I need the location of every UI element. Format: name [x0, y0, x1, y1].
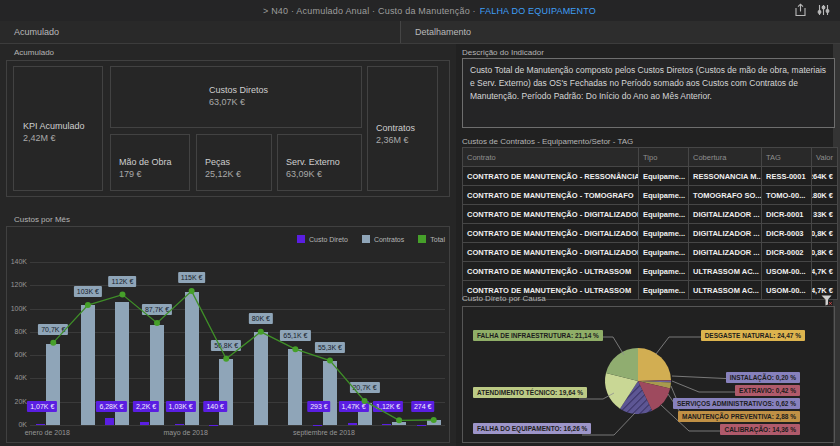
table-cell: CONTRATO DE MANUTENÇÃO - TOMOGRAFO [462, 186, 639, 204]
table-cell: TOMO-00... [762, 186, 812, 204]
contracts-table: ContratoTipoCoberturaTAGValorCONTRATO DE… [462, 147, 838, 300]
kpi-card-acumulado[interactable]: KPI Acumulado 2,42M € [13, 66, 103, 191]
table-cell: DICR-0001 [762, 205, 812, 223]
table-cell: CONTRATO DE MANUTENÇÃO - ULTRASSOM [462, 262, 639, 280]
contracts-table-title: Custos de Contratos - Equipamento/Setor … [462, 137, 633, 146]
monthly-chart-legend: Custo Direto Contratos Total [297, 235, 445, 243]
table-cell: DIGITALIZADOR ... [689, 224, 762, 242]
table-row[interactable]: CONTRATO DE MANUTENÇÃO - DIGITALIZADOR .… [462, 224, 838, 243]
description-box[interactable]: Custo Total de Manutenção composto pelos… [462, 58, 835, 128]
table-row[interactable]: CONTRATO DE MANUTENÇÃO - RESSONÂNCIAEqui… [462, 167, 838, 186]
pie-label-desgaste-natural[interactable]: DESGASTE NATURAL: 24,47 % [701, 330, 805, 341]
dashboard-root: > N40 · Acumulado Anual · Custo da Manut… [0, 0, 840, 446]
pie-label-manutencao-preventiva[interactable]: MANUTENÇÃO PREVENTIVA: 2,88 % [678, 411, 800, 422]
table-cell: CONTRATO DE MANUTENÇÃO - DIGITALIZADOR .… [462, 224, 639, 242]
kpi-card-label: Contratos [376, 123, 415, 133]
column-header: Cobertura [689, 148, 762, 166]
breadcrumb[interactable]: > N40 · Acumulado Anual · Custo da Manut… [263, 0, 596, 21]
tab-detalhamento-label: Detalhamento [415, 27, 471, 37]
table-row[interactable]: CONTRATO DE MANUTENÇÃO - TOMOGRAFOEquipa… [462, 186, 838, 205]
monthly-chart-title: Custos por Mês [14, 215, 70, 224]
tab-acumulado[interactable]: Acumulado [0, 21, 401, 43]
kpi-card-label: Serv. Externo [286, 157, 340, 167]
table-row[interactable]: CONTRATO DE MANUTENÇÃO - DIGITALIZADOR .… [462, 205, 838, 224]
breadcrumb-active-page: FALHA DO EQUIPAMENTO [480, 6, 596, 16]
kpi-card-label: Custos Diretos [209, 85, 268, 95]
pie-label-falha-equipamento[interactable]: FALHA DO EQUIPAMENTO: 16,26 % [473, 423, 591, 434]
kpi-section-title: Acumulado [14, 48, 54, 57]
breadcrumb-path: > N40 · Acumulado Anual · Custo da Manut… [263, 6, 476, 16]
table-cell: 33K € [812, 205, 838, 223]
tab-bar: Acumulado Detalhamento [0, 21, 840, 44]
table-row[interactable]: CONTRATO DE MANUTENÇÃO - ULTRASSOMEquipa… [462, 262, 838, 281]
table-cell: Equipame... [639, 186, 689, 204]
table-cell: 264K € [812, 167, 838, 185]
table-cell: CONTRATO DE MANUTENÇÃO - DIGITALIZADOR .… [462, 243, 639, 261]
table-cell: 14,7K € [812, 262, 838, 280]
kpi-card-value: 2,42M € [23, 133, 85, 143]
table-cell: 30,8K € [812, 224, 838, 242]
kpi-card-custos-diretos[interactable]: Custos Diretos 63,07K € [110, 66, 362, 128]
table-cell: USOM-00... [762, 262, 812, 280]
table-cell: 30,8K € [812, 243, 838, 261]
kpi-card-value: 179 € [119, 169, 172, 179]
description-title: Descrição do Indicador [462, 48, 544, 57]
table-cell: ULTRASSOM AC... [689, 262, 762, 280]
kpi-card-label: Peças [205, 157, 241, 167]
legend-item-custo-direto[interactable]: Custo Direto [297, 235, 348, 243]
column-header: Contrato [462, 148, 639, 166]
table-cell: DIGITALIZADOR ... [689, 243, 762, 261]
pie-slice[interactable] [638, 348, 671, 381]
legend-swatch-contratos [362, 235, 370, 243]
column-header: Valor [812, 148, 838, 166]
legend-swatch-custo-direto [297, 235, 305, 243]
kpi-card-mao-de-obra[interactable]: Mão de Obra 179 € [110, 134, 190, 191]
table-cell: TOMOGRAFO SO... [689, 186, 762, 204]
legend-swatch-total [418, 235, 426, 243]
kpi-card-value: 2,36M € [376, 135, 415, 145]
table-cell: DICR-0002 [762, 243, 812, 261]
pie-label-falha-infraestrutura[interactable]: FALHA DE INFRAESTRUTURA: 21,14 % [473, 330, 603, 341]
table-cell: ULTRASSOM AC... [689, 281, 762, 299]
kpi-card-label: KPI Acumulado [23, 121, 85, 131]
table-cell: Equipame... [639, 224, 689, 242]
table-cell: RESS-0001 [762, 167, 812, 185]
legend-item-total[interactable]: Total [418, 235, 445, 243]
pie-label-servicos-administrativos[interactable]: SERVIÇOS ADMINISTRATIVOS: 0,62 % [673, 398, 800, 409]
pie-section-title: Custo Direto por Causa [462, 294, 546, 303]
kpi-card-label: Mão de Obra [119, 157, 172, 167]
kpi-card-contratos[interactable]: Contratos 2,36M € [367, 66, 438, 191]
table-cell: Equipame... [639, 262, 689, 280]
table-row[interactable]: CONTRATO DE MANUTENÇÃO - DIGITALIZADOR .… [462, 243, 838, 262]
pie-label-calibracao[interactable]: CALIBRAÇÃO: 14,36 % [720, 424, 800, 435]
table-header-row: ContratoTipoCoberturaTAGValor [462, 147, 838, 167]
tab-detalhamento[interactable]: Detalhamento [401, 21, 840, 43]
kpi-card-pecas[interactable]: Peças 25,12K € [196, 134, 272, 191]
table-cell: DICR-0003 [762, 224, 812, 242]
table-cell: RESSONANCIA M... [689, 167, 762, 185]
kpi-card-value: 25,12K € [205, 169, 241, 179]
table-cell: Equipame... [639, 167, 689, 185]
kpi-card-value: 63,09K € [286, 169, 340, 179]
table-cell: USOM-00... [762, 281, 812, 299]
pie-label-extravio[interactable]: EXTRAVIO: 0,42 % [735, 385, 800, 396]
kpi-card-value: 63,07K € [209, 97, 268, 107]
share-icon[interactable] [794, 3, 807, 17]
description-text: Custo Total de Manutenção composto pelos… [470, 65, 826, 101]
column-header: TAG [762, 148, 812, 166]
table-cell: DIGITALIZADOR ... [689, 205, 762, 223]
column-header: Tipo [639, 148, 689, 166]
settings-icon[interactable] [817, 3, 830, 17]
table-cell: 180K € [812, 186, 838, 204]
kpi-card-serv-externo[interactable]: Serv. Externo 63,09K € [277, 134, 362, 191]
monthly-chart-box [6, 226, 450, 443]
top-bar: > N40 · Acumulado Anual · Custo da Manut… [0, 0, 840, 21]
pie-label-instalacao[interactable]: INSTALAÇÃO: 0,20 % [726, 372, 800, 383]
legend-item-contratos[interactable]: Contratos [362, 235, 404, 243]
table-cell: Equipame... [639, 243, 689, 261]
table-cell: CONTRATO DE MANUTENÇÃO - DIGITALIZADOR .… [462, 205, 639, 223]
pie-label-atendimento-tecnico[interactable]: ATENDIMENTO TÉCNICO: 19,64 % [473, 387, 587, 398]
table-cell: Equipame... [639, 205, 689, 223]
table-cell: Equipame... [639, 281, 689, 299]
table-cell: CONTRATO DE MANUTENÇÃO - RESSONÂNCIA [462, 167, 639, 185]
